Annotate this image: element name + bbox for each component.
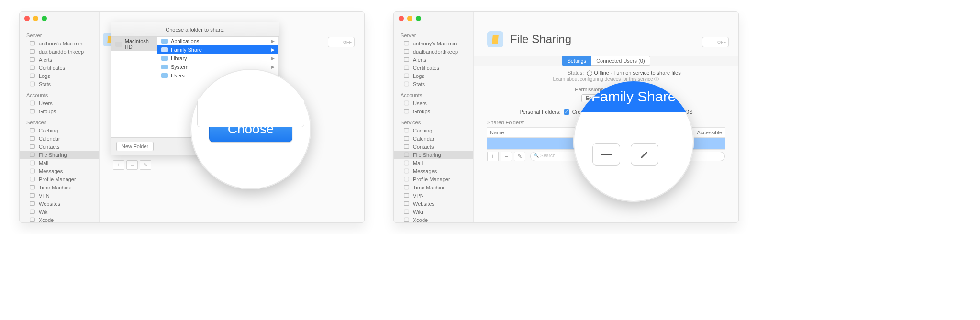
- sidebar-item-caching[interactable]: Caching: [20, 126, 99, 134]
- minimize-icon[interactable]: [33, 16, 38, 21]
- folder-name: System: [171, 64, 189, 70]
- sidebar-item-file-sharing[interactable]: File Sharing: [20, 151, 99, 159]
- svg-rect-26: [404, 101, 409, 105]
- sidebar-item-xcode[interactable]: Xcode: [20, 216, 99, 223]
- shared-folder-toolbar: + − ✎: [113, 160, 151, 170]
- folder-row[interactable]: Library▶: [157, 54, 278, 63]
- traffic-lights[interactable]: [399, 16, 421, 21]
- sidebar-item-dualbanddorthkeep[interactable]: dualbanddorthkeep: [394, 47, 473, 55]
- sidebar-item-alerts[interactable]: Alerts: [20, 55, 99, 64]
- sidebar-item-label: Wiki: [413, 209, 423, 215]
- sidebar-item-icon: [403, 48, 410, 55]
- tab-settings[interactable]: Settings: [562, 56, 591, 66]
- close-icon[interactable]: [399, 16, 404, 21]
- sidebar-item-websites[interactable]: Websites: [20, 199, 99, 208]
- zoom-icon[interactable]: [42, 16, 47, 21]
- folder-name: Library: [171, 55, 187, 61]
- sidebar-item-contacts[interactable]: Contacts: [20, 143, 99, 151]
- svg-rect-9: [30, 136, 35, 140]
- sidebar-item-logs[interactable]: Logs: [20, 72, 99, 80]
- sidebar-item-label: Profile Manager: [413, 177, 450, 182]
- service-toggle[interactable]: OFF: [328, 37, 355, 47]
- sidebar-item-label: dualbanddorthkeep: [39, 49, 84, 55]
- hdd-icon: [115, 42, 122, 47]
- sidebar-item-stats[interactable]: Stats: [394, 80, 473, 88]
- remove-button[interactable]: −: [501, 152, 512, 161]
- page-title: File Sharing: [510, 33, 571, 46]
- sidebar-item-icon: [403, 65, 410, 71]
- sidebar-item-label: Alerts: [39, 57, 52, 63]
- svg-rect-36: [404, 193, 409, 197]
- new-folder-button[interactable]: New Folder: [116, 142, 154, 151]
- sidebar-item-profile-manager[interactable]: Profile Manager: [20, 175, 99, 183]
- sidebar-item-vpn[interactable]: VPN: [394, 191, 473, 199]
- sidebar-item-wiki[interactable]: Wiki: [20, 208, 99, 216]
- add-button[interactable]: +: [113, 160, 124, 170]
- sidebar-item-messages[interactable]: Messages: [394, 167, 473, 175]
- svg-rect-28: [404, 128, 409, 132]
- sidebar-item-mail[interactable]: Mail: [394, 159, 473, 167]
- sidebar-item-groups[interactable]: Groups: [20, 107, 99, 115]
- sidebar-item-logs[interactable]: Logs: [394, 72, 473, 80]
- chevron-right-icon: ▶: [271, 39, 275, 44]
- svg-rect-8: [30, 128, 35, 132]
- sidebar-item-icon: [403, 56, 410, 63]
- sidebar-item-stats[interactable]: Stats: [20, 80, 99, 88]
- sidebar-item-vpn[interactable]: VPN: [20, 191, 99, 199]
- zoom-icon[interactable]: [416, 16, 421, 21]
- sidebar-item-file-sharing[interactable]: File Sharing: [394, 151, 473, 159]
- device-row[interactable]: Macintosh HD: [111, 37, 157, 51]
- sidebar-item-users[interactable]: Users: [20, 99, 99, 107]
- sidebar-item-icon: [29, 48, 35, 55]
- edit-button[interactable]: ✎: [514, 152, 525, 161]
- sidebar-item-time-machine[interactable]: Time Machine: [394, 183, 473, 191]
- sidebar-heading: Server: [20, 31, 99, 39]
- sidebar-item-calendar[interactable]: Calendar: [394, 134, 473, 143]
- sidebar-item-alerts[interactable]: Alerts: [394, 55, 473, 64]
- personal-folders-checkbox[interactable]: ✓: [564, 109, 569, 115]
- remove-button[interactable]: −: [126, 160, 138, 170]
- sidebar-item-groups[interactable]: Groups: [394, 107, 473, 115]
- sidebar-item-icon: [403, 217, 410, 223]
- svg-rect-25: [404, 82, 409, 86]
- sidebar-item-label: Groups: [413, 109, 430, 114]
- add-button[interactable]: +: [487, 152, 499, 161]
- sidebar-item-messages[interactable]: Messages: [20, 167, 99, 175]
- sidebar-item-mail[interactable]: Mail: [20, 159, 99, 167]
- sidebar-item-dualbanddorthkeep[interactable]: dualbanddorthkeep: [20, 47, 99, 55]
- traffic-lights[interactable]: [24, 16, 47, 21]
- svg-rect-1: [30, 49, 35, 53]
- minimize-icon[interactable]: [407, 16, 412, 21]
- sidebar-item-anthony-s-mac-mini[interactable]: anthony's Mac mini: [394, 39, 473, 47]
- sidebar-item-xcode[interactable]: Xcode: [394, 216, 473, 223]
- status-value: ◯ Offline · Turn on service to share fil…: [587, 70, 680, 76]
- sidebar-item-wiki[interactable]: Wiki: [394, 208, 473, 216]
- sidebar-item-certificates[interactable]: Certificates: [394, 64, 473, 72]
- edit-button-zoom[interactable]: [631, 143, 658, 166]
- sidebar-item-calendar[interactable]: Calendar: [20, 134, 99, 143]
- svg-rect-3: [30, 66, 35, 69]
- sidebar-item-label: Certificates: [413, 65, 439, 71]
- remove-button-zoom[interactable]: [592, 143, 620, 166]
- sidebar-item-time-machine[interactable]: Time Machine: [20, 183, 99, 191]
- sidebar-item-label: VPN: [413, 193, 424, 199]
- close-icon[interactable]: [24, 16, 30, 21]
- sidebar-item-profile-manager[interactable]: Profile Manager: [394, 175, 473, 183]
- sidebar-item-websites[interactable]: Websites: [394, 199, 473, 208]
- tab-connected-users[interactable]: Connected Users (0): [591, 56, 650, 66]
- sidebar-item-icon: [403, 127, 410, 133]
- folder-row[interactable]: Family Share▶: [157, 45, 278, 54]
- edit-button[interactable]: ✎: [140, 160, 151, 170]
- sidebar-item-icon: [403, 108, 410, 114]
- sidebar-item-users[interactable]: Users: [394, 99, 473, 107]
- service-toggle[interactable]: OFF: [702, 37, 729, 47]
- svg-rect-37: [404, 201, 409, 205]
- sidebar-item-icon: [403, 184, 410, 190]
- sidebar-item-caching[interactable]: Caching: [394, 126, 473, 134]
- sidebar-item-anthony-s-mac-mini[interactable]: anthony's Mac mini: [20, 39, 99, 47]
- svg-rect-39: [404, 218, 409, 221]
- sidebar-item-contacts[interactable]: Contacts: [394, 143, 473, 151]
- folder-row[interactable]: Applications▶: [157, 37, 278, 45]
- sidebar-item-certificates[interactable]: Certificates: [20, 64, 99, 72]
- folder-name: Applications: [171, 38, 199, 44]
